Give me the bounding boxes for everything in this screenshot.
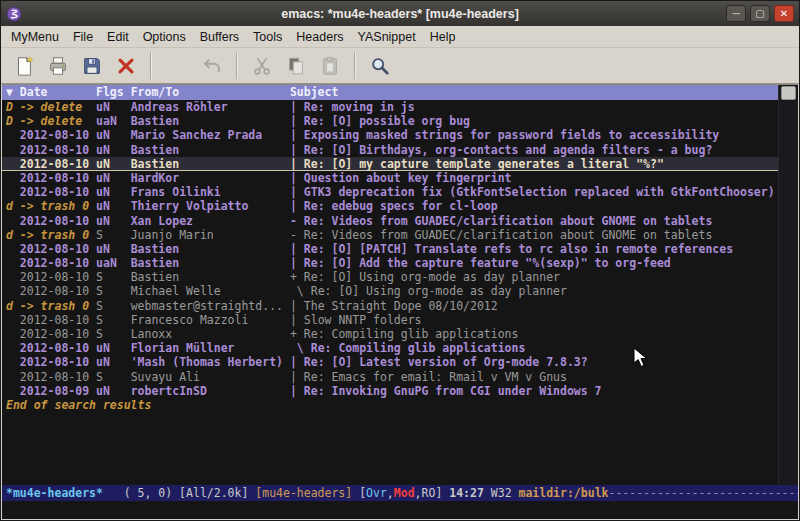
minimize-button[interactable]: ─ (726, 5, 746, 22)
message-row[interactable]: D -> delete uN Andreas Röhler | Re: movi… (2, 100, 798, 114)
window-title: emacs: *mu4e-headers* [mu4e-headers] (1, 7, 799, 21)
scrollbar[interactable] (778, 85, 798, 485)
undo-button[interactable] (195, 51, 229, 81)
menu-item-mymenu[interactable]: MyMenu (4, 27, 66, 47)
message-row[interactable]: 2012-08-10 uN Mario Sanchez Prada | Expo… (2, 128, 798, 142)
date-field: 2012-08-10 (6, 143, 89, 157)
menu-item-headers[interactable]: Headers (289, 27, 350, 47)
date-field: 2012-08-10 (6, 370, 89, 384)
column-header-flags[interactable]: Flgs (48, 85, 124, 99)
menubar: MyMenuFileEditOptionsBuffersToolsHeaders… (1, 26, 799, 48)
mouse-cursor (633, 347, 649, 369)
message-row[interactable]: 2012-08-10 uN Bastien | Re: [O] Birthday… (2, 143, 798, 157)
menu-item-tools[interactable]: Tools (246, 27, 289, 47)
date-field: 2012-08-10 (6, 171, 89, 185)
from-field: Xan Lopez (131, 214, 283, 228)
message-row[interactable]: 2012-08-10 uN Frans Oilinki | GTK3 depre… (2, 185, 798, 199)
message-row[interactable]: 2012-08-10 uN Florian Müllner \ Re: Comp… (2, 341, 798, 355)
subject-field: The Straight Dope 08/10/2012 (304, 299, 498, 313)
message-row[interactable]: D -> delete uaN Bastien | Re: [O] possib… (2, 114, 798, 128)
flags-field: uN (96, 157, 124, 171)
date-field: 2012-08-10 (6, 214, 89, 228)
subject-field: Slow NNTP folders (304, 313, 422, 327)
subject-field: Re: Emacs for email: Rmail v VM v Gnus (304, 370, 567, 384)
copy-button[interactable] (279, 51, 313, 81)
mark-field: D -> delete (6, 114, 89, 128)
search-button[interactable] (363, 51, 397, 81)
date-field: 2012-08-10 (6, 355, 89, 369)
menu-item-help[interactable]: Help (423, 27, 463, 47)
titlebar: emacs: *mu4e-headers* [mu4e-headers] ─ ▢… (1, 1, 799, 26)
thread-indicator: + (290, 327, 297, 341)
message-row[interactable]: d -> trash 0 S Juanjo Marin - Re: Videos… (2, 228, 798, 242)
from-field: Lanoxx (131, 327, 283, 341)
message-row[interactable]: 2012-08-10 S Michael Welle \ Re: [O] Usi… (2, 284, 798, 298)
flags-field: uN (96, 242, 124, 256)
thread-indicator: | (290, 128, 297, 142)
flags-field: uN (96, 199, 124, 213)
from-field: Bastien (131, 157, 283, 171)
cut-button[interactable] (245, 51, 279, 81)
menu-item-buffers[interactable]: Buffers (193, 27, 246, 47)
end-of-results: End of search results (2, 398, 798, 412)
save-button[interactable] (75, 51, 109, 81)
modeline-plain: ] (435, 486, 449, 500)
message-row[interactable]: d -> trash 0 S webmaster@straightd... | … (2, 299, 798, 313)
message-row[interactable]: 2012-08-10 S Lanoxx + Re: Compiling glib… (2, 327, 798, 341)
menu-item-yasnippet[interactable]: YASnippet (351, 27, 423, 47)
column-header-subject[interactable]: Subject (179, 85, 338, 99)
message-row[interactable]: 2012-08-10 uaN Bastien | Re: [O] Add the… (2, 256, 798, 270)
flags-field: uN (96, 185, 124, 199)
message-row[interactable]: 2012-08-10 uN Bastien | Re: [O] [PATCH] … (2, 242, 798, 256)
message-row[interactable]: 2012-08-10 uN HardKor | Question about k… (2, 171, 798, 185)
print-button[interactable] (41, 51, 75, 81)
message-row[interactable]: 2012-08-10 S Suvayu Ali | Re: Emacs for … (2, 370, 798, 384)
subject-field: Re: Videos from GUADEC/clarification abo… (304, 228, 713, 242)
flags-field: uN (96, 341, 124, 355)
date-field: 2012-08-09 (6, 384, 89, 398)
subject-field: Re: Compiling glib applications (304, 327, 519, 341)
thread-indicator: - (290, 214, 297, 228)
message-row[interactable]: 2012-08-10 uN 'Mash (Thomas Herbert) | R… (2, 355, 798, 369)
new-file-button[interactable] (7, 51, 41, 81)
date-field: 2012-08-10 (6, 284, 89, 298)
menu-item-file[interactable]: File (66, 27, 100, 47)
menu-item-options[interactable]: Options (136, 27, 193, 47)
flags-field: S (96, 313, 124, 327)
emacs-frame: ▼ Date Flgs From/To Subject D -> delete … (2, 84, 798, 519)
message-row[interactable]: 2012-08-10 S Bastien + Re: [O] Using org… (2, 270, 798, 284)
new-file-icon (13, 55, 35, 77)
maximize-button[interactable]: ▢ (750, 5, 770, 22)
flags-field: uN (96, 143, 124, 157)
modeline-modified: Mod (394, 486, 415, 500)
modeline-buffer-name: *mu4e-headers* (6, 486, 103, 500)
scrollbar-thumb[interactable] (781, 86, 796, 100)
thread-indicator: | (290, 114, 297, 128)
column-header-from-to[interactable]: From/To (124, 85, 179, 99)
column-header-date[interactable]: ▼ Date (6, 85, 48, 99)
from-field: Michael Welle (131, 284, 283, 298)
modeline-time: 14:27 (449, 486, 491, 500)
thread-indicator: \ (290, 284, 304, 298)
close-button[interactable]: ✕ (774, 5, 794, 22)
emacs-window: emacs: *mu4e-headers* [mu4e-headers] ─ ▢… (0, 0, 800, 521)
subject-field: Re: [O] my capture template generates a … (304, 157, 664, 171)
close-buffer-button[interactable] (109, 51, 143, 81)
date-field: 2012-08-10 (6, 327, 89, 341)
thread-indicator: + (290, 270, 297, 284)
subject-field: Exposing masked strings for password fie… (304, 128, 719, 142)
message-row[interactable]: d -> trash 0 uN Thierry Volpiatto | Re: … (2, 199, 798, 213)
minibuffer[interactable] (2, 501, 798, 519)
message-row[interactable]: 2012-08-09 uN robertcInSD | Re: Invoking… (2, 384, 798, 398)
menu-item-edit[interactable]: Edit (100, 27, 136, 47)
modeline-plain: ( 5, 0) (103, 486, 179, 500)
thread-indicator: | (290, 299, 297, 313)
message-row[interactable]: 2012-08-10 uN Xan Lopez - Re: Videos fro… (2, 214, 798, 228)
thread-indicator: - (290, 228, 297, 242)
thread-indicator: | (290, 157, 297, 171)
message-row[interactable]: 2012-08-10 S Francesco Mazzoli | Slow NN… (2, 313, 798, 327)
save-icon (81, 55, 103, 77)
date-field: 2012-08-10 (6, 256, 89, 270)
message-row-current[interactable]: 2012-08-10 uN Bastien | Re: [O] my captu… (2, 157, 798, 171)
paste-button[interactable] (313, 51, 347, 81)
